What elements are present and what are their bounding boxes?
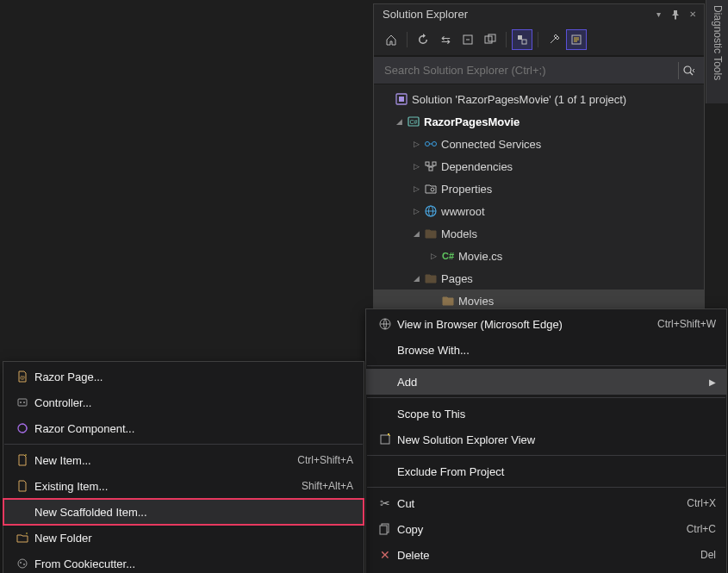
- chevron-right-icon[interactable]: ▷: [410, 184, 422, 193]
- menu-shortcut: Ctrl+Shift+A: [297, 454, 353, 466]
- wwwroot-node[interactable]: ▷ wwwroot: [374, 200, 704, 222]
- svg-point-31: [20, 402, 22, 403]
- new-folder-icon: [10, 532, 34, 544]
- dependencies-icon: [422, 159, 439, 173]
- svg-rect-30: [18, 399, 27, 406]
- cookiecutter-icon: [10, 557, 34, 570]
- sync-icon[interactable]: ⇆: [435, 29, 456, 50]
- menu-new-explorer-view[interactable]: New Solution Explorer View: [366, 427, 726, 452]
- menu-label: Exclude From Project: [397, 465, 716, 478]
- collapse-icon[interactable]: [457, 29, 478, 50]
- dependencies-label: Dependencies: [439, 160, 513, 173]
- chevron-right-icon[interactable]: ▷: [427, 252, 439, 260]
- menu-separator: [367, 487, 725, 488]
- menu-label: Scope to This: [397, 408, 716, 420]
- menu-rename[interactable]: Rename F2: [366, 568, 726, 573]
- chevron-right-icon[interactable]: ▷: [410, 140, 422, 148]
- menu-label: Add: [397, 376, 704, 389]
- menu-label: New Solution Explorer View: [397, 433, 716, 446]
- movie-cs-label: Movie.cs: [457, 250, 502, 263]
- chevron-down-icon[interactable]: ◢: [410, 274, 422, 283]
- menu-separator: [367, 397, 725, 398]
- menu-scope-to-this[interactable]: Scope to This: [366, 401, 726, 427]
- submenu-cookiecutter[interactable]: From Cookiecutter...: [3, 551, 364, 573]
- menu-exclude-from-project[interactable]: Exclude From Project: [366, 458, 726, 484]
- controller-icon: [10, 396, 34, 408]
- movie-cs-node[interactable]: ▷ C# Movie.cs: [374, 245, 704, 267]
- search-input[interactable]: [379, 60, 678, 80]
- solution-explorer-panel: Solution Explorer ▾ ✕ ⇆: [373, 3, 705, 316]
- solution-tree[interactable]: Solution 'RazorPagesMovie' (1 of 1 proje…: [374, 84, 704, 315]
- menu-label: Razor Component...: [34, 422, 353, 435]
- menu-copy[interactable]: Copy Ctrl+C: [366, 516, 726, 542]
- menu-delete[interactable]: ✕ Delete Del: [366, 542, 726, 568]
- globe-icon: [422, 204, 439, 218]
- svg-text:C#: C#: [410, 119, 418, 125]
- diagnostic-tools-tab[interactable]: Diagnostic Tools: [706, 0, 728, 103]
- submenu-existing-item[interactable]: Existing Item... Shift+Alt+A: [3, 473, 364, 499]
- new-item-icon: [10, 454, 34, 466]
- wrench-folder-icon: [422, 182, 439, 196]
- menu-shortcut: Ctrl+Shift+W: [657, 318, 716, 330]
- submenu-controller[interactable]: Controller...: [3, 389, 364, 415]
- menu-label: New Scaffolded Item...: [34, 506, 353, 519]
- svg-rect-18: [429, 167, 432, 171]
- preview-icon[interactable]: [566, 29, 587, 50]
- properties-node[interactable]: ▷ Properties: [374, 178, 704, 200]
- submenu-razor-page[interactable]: @ Razor Page...: [3, 364, 364, 389]
- panel-menu-dropdown-icon[interactable]: ▾: [652, 9, 664, 21]
- solution-label: Solution 'RazorPagesMovie' (1 of 1 proje…: [410, 93, 626, 106]
- svg-point-34: [18, 559, 27, 568]
- chevron-down-icon[interactable]: ◢: [393, 117, 405, 126]
- submenu-new-scaffolded-item[interactable]: New Scaffolded Item...: [3, 499, 364, 525]
- menu-cut[interactable]: ✂ Cut Ctrl+X: [366, 490, 726, 516]
- menu-label: Copy: [397, 523, 687, 536]
- panel-controls: ▾ ✕: [652, 9, 699, 21]
- properties-icon[interactable]: [544, 29, 564, 50]
- menu-add[interactable]: Add ▶: [366, 369, 726, 395]
- home-icon[interactable]: [381, 29, 401, 50]
- project-label: RazorPagesMovie: [422, 115, 520, 128]
- svg-line-8: [690, 72, 693, 75]
- submenu-new-item[interactable]: New Item... Ctrl+Shift+A: [3, 447, 364, 473]
- toolbar-separator-2: [506, 32, 507, 47]
- menu-browse-with[interactable]: Browse With...: [366, 337, 726, 363]
- new-view-icon: [373, 433, 397, 446]
- diagnostic-tools-label: Diagnostic Tools: [712, 5, 724, 80]
- models-node[interactable]: ◢ Models: [374, 222, 704, 245]
- menu-shortcut: Shift+Alt+A: [302, 480, 353, 492]
- menu-label: Razor Page...: [34, 371, 353, 383]
- dependencies-node[interactable]: ▷ Dependencies: [374, 155, 704, 178]
- pages-label: Pages: [439, 272, 473, 285]
- refresh-icon[interactable]: [413, 29, 433, 50]
- project-node[interactable]: ◢ C# RazorPagesMovie: [374, 110, 704, 133]
- chevron-right-icon[interactable]: ▷: [410, 162, 422, 171]
- add-submenu: @ Razor Page... Controller... Razor Comp…: [3, 361, 364, 573]
- show-all-icon[interactable]: [480, 29, 501, 50]
- menu-label: Delete: [397, 549, 700, 562]
- svg-point-13: [426, 142, 430, 146]
- chevron-right-icon[interactable]: ▷: [410, 207, 422, 215]
- razor-component-icon: [10, 422, 34, 434]
- solution-node[interactable]: Solution 'RazorPagesMovie' (1 of 1 proje…: [374, 88, 704, 110]
- chevron-down-icon[interactable]: ◢: [410, 229, 422, 238]
- pages-node[interactable]: ◢ Pages: [374, 267, 704, 290]
- menu-shortcut: Ctrl+C: [687, 523, 716, 535]
- submenu-razor-component[interactable]: Razor Component...: [3, 415, 364, 441]
- nesting-icon[interactable]: [512, 29, 532, 50]
- menu-label: Cut: [397, 497, 687, 510]
- close-icon[interactable]: ✕: [687, 9, 699, 21]
- search-icon[interactable]: [678, 62, 699, 79]
- submenu-new-folder[interactable]: New Folder: [3, 525, 364, 551]
- connected-services-node[interactable]: ▷ Connected Services: [374, 133, 704, 155]
- menu-view-in-browser[interactable]: View in Browser (Microsoft Edge) Ctrl+Sh…: [366, 311, 726, 337]
- menu-shortcut: Del: [700, 549, 716, 561]
- pin-icon[interactable]: [669, 9, 681, 21]
- panel-header: Solution Explorer ▾ ✕: [374, 4, 704, 24]
- menu-label: Existing Item...: [34, 480, 302, 493]
- svg-rect-16: [426, 162, 429, 165]
- panel-title: Solution Explorer: [383, 8, 468, 21]
- properties-label: Properties: [439, 183, 492, 196]
- toolbar-separator: [407, 32, 408, 47]
- models-label: Models: [439, 227, 477, 240]
